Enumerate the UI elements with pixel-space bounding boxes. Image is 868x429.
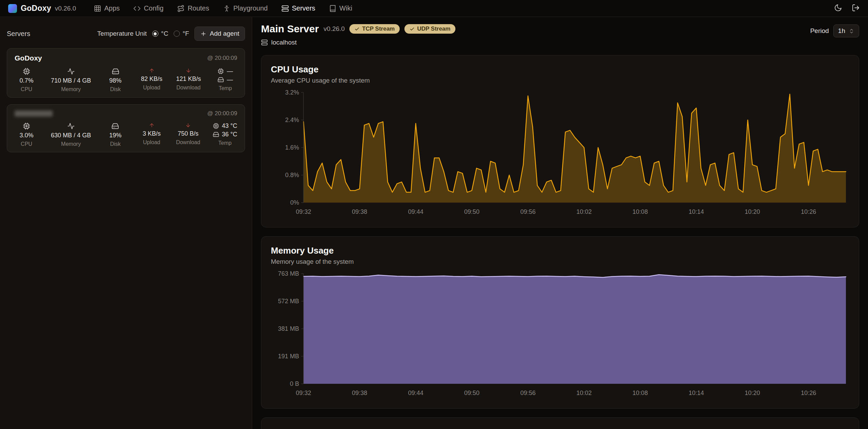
svg-text:09:56: 09:56 <box>520 208 536 215</box>
svg-text:09:32: 09:32 <box>296 390 311 396</box>
nav-label-routes: Routes <box>188 4 209 12</box>
arrow-down-icon <box>186 68 191 73</box>
server-card-godoxy[interactable]: GoDoxy @ 20:00:09 0.7% CPU 710 MB / 4 GB… <box>7 48 245 98</box>
nav-item-routes[interactable]: Routes <box>177 4 209 12</box>
udp-stream-badge: UDP Stream <box>404 24 455 34</box>
main-header: Main Server v0.26.0 TCP Stream UDP Strea… <box>261 23 859 46</box>
nav-label-servers: Servers <box>292 4 315 12</box>
logout-button[interactable] <box>852 4 860 13</box>
plus-icon <box>200 31 207 37</box>
disk-value: 19% <box>109 132 121 139</box>
svg-text:191 MB: 191 MB <box>278 353 299 360</box>
upload-label: Upload <box>143 85 160 91</box>
server-stats-row: 3.0% CPU 630 MB / 4 GB Memory 19% Disk 3… <box>15 122 237 147</box>
hard-drive-icon <box>218 76 224 83</box>
svg-text:09:50: 09:50 <box>464 390 480 396</box>
nav-item-apps[interactable]: Apps <box>94 4 120 12</box>
stat-download: 121 KB/s Download <box>176 68 201 91</box>
fahrenheit-radio[interactable]: °F <box>174 30 189 37</box>
theme-toggle-button[interactable] <box>834 4 842 13</box>
period-select[interactable]: 1h <box>833 24 859 37</box>
svg-text:10:08: 10:08 <box>632 208 648 215</box>
svg-text:10:20: 10:20 <box>745 390 760 396</box>
servers-sidebar: Servers Temperature Unit °C °F Add agent… <box>0 17 252 429</box>
stat-memory: 630 MB / 4 GB Memory <box>51 122 91 147</box>
cpu-icon <box>218 68 224 74</box>
upload-value: 3 KB/s <box>143 130 161 137</box>
top-navbar: GoDoxy v0.26.0 Apps Config Routes Playgr… <box>0 0 868 17</box>
nav-item-config[interactable]: Config <box>133 4 163 12</box>
grid-icon <box>94 5 101 12</box>
svg-text:10:02: 10:02 <box>576 390 592 396</box>
server-card-header: @ 20:00:09 <box>15 110 237 117</box>
server-name-redacted <box>15 110 53 117</box>
host-name: localhost <box>271 39 297 46</box>
brand-name: GoDoxy <box>21 4 51 13</box>
book-icon <box>329 5 336 12</box>
cpu-icon <box>23 122 30 130</box>
hard-drive-icon <box>213 131 219 138</box>
hard-drive-icon <box>111 122 119 130</box>
stat-temp: 43 °C 36 °C Temp <box>213 122 237 146</box>
main-panel: Main Server v0.26.0 TCP Stream UDP Strea… <box>252 17 868 429</box>
title-row: Main Server v0.26.0 TCP Stream UDP Strea… <box>261 23 455 35</box>
cpu-value: 3.0% <box>19 132 33 139</box>
stat-disk: 98% Disk <box>104 68 127 92</box>
svg-text:09:38: 09:38 <box>352 208 367 215</box>
cpu-icon <box>23 68 30 75</box>
check-icon <box>354 27 360 32</box>
moon-icon <box>834 4 842 12</box>
stat-cpu: 0.7% CPU <box>15 68 38 92</box>
svg-text:09:44: 09:44 <box>408 390 423 396</box>
memory-usage-chart: 0 B191 MB381 MB572 MB763 MB09:3209:3809:… <box>271 270 849 399</box>
cpu-usage-chart: 0%0.8%1.6%2.4%3.2%09:3209:3809:4409:5009… <box>271 89 849 218</box>
godoxy-logo-icon <box>8 4 17 13</box>
memory-value: 630 MB / 4 GB <box>51 132 91 139</box>
svg-text:0%: 0% <box>290 199 299 206</box>
period-value: 1h <box>838 27 845 35</box>
memory-label: Memory <box>61 86 81 92</box>
sidebar-title: Servers <box>7 30 30 38</box>
arrow-down-icon <box>185 122 191 128</box>
server-card-redacted[interactable]: @ 20:00:09 3.0% CPU 630 MB / 4 GB Memory… <box>7 104 245 152</box>
server-icon <box>261 39 268 46</box>
svg-text:10:08: 10:08 <box>632 390 648 396</box>
stat-cpu: 3.0% CPU <box>15 122 38 147</box>
stat-memory: 710 MB / 4 GB Memory <box>51 68 91 92</box>
stat-upload: 82 KB/s Upload <box>140 68 163 91</box>
nav-item-servers[interactable]: Servers <box>281 4 315 12</box>
main-nav: Apps Config Routes Playground Servers Wi… <box>94 4 352 12</box>
svg-text:3.2%: 3.2% <box>285 89 299 96</box>
nav-item-playground[interactable]: Playground <box>223 4 268 12</box>
server-timestamp: @ 20:00:09 <box>207 55 237 62</box>
svg-text:10:02: 10:02 <box>576 208 592 215</box>
memory-value: 710 MB / 4 GB <box>51 77 91 84</box>
stat-temp: — — Temp <box>213 68 237 91</box>
svg-text:09:44: 09:44 <box>408 208 423 215</box>
nav-item-wiki[interactable]: Wiki <box>329 4 352 12</box>
add-agent-button[interactable]: Add agent <box>194 27 245 41</box>
svg-text:0.8%: 0.8% <box>285 172 299 178</box>
temp-label: Temp <box>219 85 232 91</box>
disk-temp-value: 36 °C <box>222 131 237 138</box>
nav-label-playground: Playground <box>233 4 268 12</box>
brand[interactable]: GoDoxy v0.26.0 <box>8 4 76 13</box>
period-label: Period <box>810 27 829 35</box>
radio-unselected-icon <box>174 31 180 37</box>
chevrons-up-down-icon <box>849 28 854 34</box>
disk-label: Disk <box>110 141 121 147</box>
svg-text:10:20: 10:20 <box>745 208 760 215</box>
memory-chart-title: Memory Usage <box>271 245 849 256</box>
cpu-temp-value: — <box>227 68 233 75</box>
upload-value: 82 KB/s <box>141 75 162 83</box>
celsius-radio[interactable]: °C <box>152 30 168 37</box>
stat-upload: 3 KB/s Upload <box>140 122 163 145</box>
server-stats-row: 0.7% CPU 710 MB / 4 GB Memory 98% Disk 8… <box>15 68 237 92</box>
tcp-stream-label: TCP Stream <box>362 25 395 32</box>
svg-text:763 MB: 763 MB <box>278 270 299 277</box>
svg-text:09:50: 09:50 <box>464 208 480 215</box>
cpu-temp-value: 43 °C <box>222 122 237 130</box>
disk-value: 98% <box>109 77 122 84</box>
memory-label: Memory <box>61 141 81 147</box>
activity-icon <box>67 68 75 75</box>
